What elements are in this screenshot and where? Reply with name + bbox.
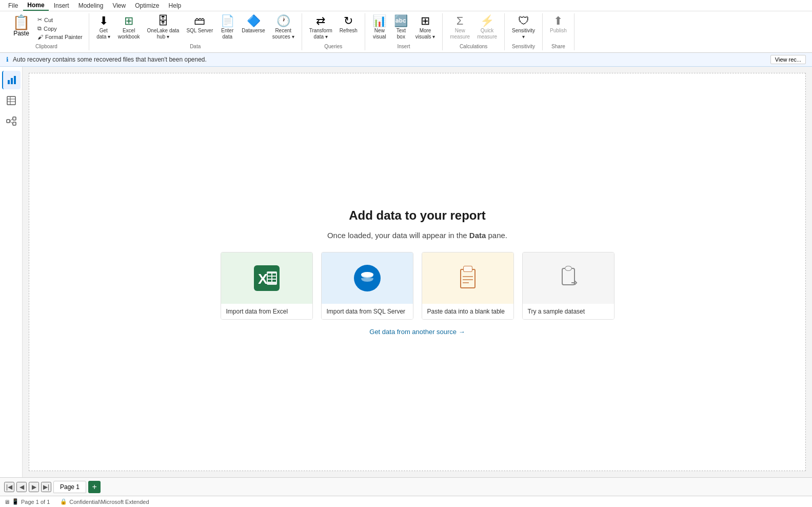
get-data-button[interactable]: ⬇ Getdata ▾ [93,13,114,42]
publish-button[interactable]: ⬆ Publish [547,13,570,36]
text-box-button[interactable]: 🔤 Textbox [391,13,411,42]
sample-card-icon-area [523,252,614,304]
sql-icon: 🗃 [194,15,205,27]
paste-card-label: Paste data into a blank table [422,304,513,319]
menu-insert[interactable]: Insert [50,1,73,10]
first-page-button[interactable]: |◀ [4,482,14,492]
info-bar: ℹ Auto recovery contains some recovered … [0,53,812,67]
menu-optimize[interactable]: Optimize [131,1,163,10]
paste-blank-card[interactable]: Paste data into a blank table [422,252,514,320]
tablet-icon: 📱 [12,498,19,505]
menu-home[interactable]: Home [23,1,48,11]
clipboard-group-label: Clipboard [35,43,57,50]
excel-label: Excelworkbook [118,28,140,40]
sql-card-label: Import data from SQL Server [322,304,413,319]
transform-icon: ⇄ [316,15,325,27]
more-visuals-icon: ⊞ [421,15,430,27]
new-visual-button[interactable]: 📊 Newvisual [369,13,390,42]
sql-icon-svg [360,270,375,286]
calculations-group-label: Calculations [460,43,487,50]
recent-sources-label: Recentsources ▾ [272,28,294,40]
menu-view[interactable]: View [108,1,130,10]
excel-card-icon: X [254,265,280,291]
queries-group-label: Queries [324,43,342,50]
svg-rect-2 [14,76,16,84]
cut-button[interactable]: ✂ Cut [35,15,85,24]
report-view-icon[interactable] [2,71,21,89]
sensitivity-button[interactable]: 🛡 Sensitivity▾ [509,13,538,42]
copy-label: Copy [44,26,57,32]
dataverse-label: Dataverse [242,28,265,34]
info-message: Auto recovery contains some recovered fi… [13,56,207,63]
svg-rect-7 [7,120,10,123]
menu-file[interactable]: File [4,1,22,10]
menu-help[interactable]: Help [165,1,186,10]
model-view-icon[interactable] [2,112,21,130]
table-view-icon[interactable] [2,91,21,110]
view-recovered-button[interactable]: View rec... [770,55,806,64]
bottom-bar: |◀ ◀ ▶ ▶| Page 1 + [0,477,812,496]
main-area: Add data to your report Once loaded, you… [0,67,812,477]
get-data-link[interactable]: Get data from another source → [369,328,465,336]
svg-text:X: X [258,271,268,287]
quick-measure-icon: ⚡ [480,15,494,27]
canvas-content: Add data to your report Once loaded, you… [221,208,615,336]
info-icon: ℹ [6,56,9,63]
lock-icon: 🔒 [60,498,67,505]
page-tab[interactable]: Page 1 [53,481,86,493]
sql-card-icon [354,265,381,291]
dataverse-button[interactable]: 🔷 Dataverse [239,13,268,36]
transform-label: Transformdata ▾ [309,28,332,40]
copy-button[interactable]: ⧉ Copy [35,24,85,33]
enter-data-label: Enterdata [221,28,233,40]
publish-icon: ⬆ [553,15,563,27]
sample-dataset-card[interactable]: Try a sample dataset [522,252,615,320]
sql-label: SQL Server [186,28,213,34]
monitor-icon: 🖥 [4,499,10,505]
new-measure-button[interactable]: Σ Newmeasure [447,13,473,42]
canvas-subtitle: Once loaded, your data will appear in th… [327,231,507,240]
next-page-button[interactable]: ▶ [29,482,39,492]
quick-measure-button[interactable]: ⚡ Quickmeasure [474,13,500,42]
menu-modeling[interactable]: Modeling [74,1,108,10]
excel-workbook-button[interactable]: ⊞ Excelworkbook [115,13,143,42]
onelake-button[interactable]: 🗄 OneLake datahub ▾ [144,13,183,42]
svg-line-11 [10,121,13,124]
import-excel-card[interactable]: X Import data from Excel [221,252,313,320]
new-visual-label: Newvisual [373,28,386,40]
queries-group: ⇄ Transformdata ▾ ↻ Refresh Queries [302,13,365,50]
paste-card-icon [457,265,479,291]
svg-rect-3 [7,96,15,105]
svg-rect-9 [13,122,16,125]
enter-data-button[interactable]: 📄 Enterdata [217,13,237,42]
paste-label: Paste [13,30,29,37]
get-data-label: Getdata ▾ [96,28,110,40]
format-painter-button[interactable]: 🖌 Format Painter [35,33,85,41]
svg-rect-24 [464,266,472,271]
share-group-label: Share [551,43,565,50]
page-of-text: Page 1 of 1 [21,499,50,505]
get-data-icon: ⬇ [99,15,108,27]
sql-card-icon-area [322,252,413,304]
paste-button[interactable]: 📋 Paste [8,13,34,39]
data-cards: X Import data from Excel [221,252,615,320]
new-measure-icon: Σ [457,15,464,27]
svg-rect-18 [272,277,276,279]
more-visuals-button[interactable]: ⊞ Morevisuals ▾ [412,13,438,42]
last-page-button[interactable]: ▶| [41,482,51,492]
refresh-icon: ↻ [344,15,353,27]
recent-sources-button[interactable]: 🕐 Recentsources ▾ [269,13,298,42]
add-page-button[interactable]: + [88,481,101,493]
prev-page-button[interactable]: ◀ [16,482,27,492]
import-sql-card[interactable]: Import data from SQL Server [321,252,413,320]
refresh-button[interactable]: ↻ Refresh [336,13,361,36]
subtitle-end: pane. [488,231,507,240]
new-visual-icon: 📊 [372,15,386,27]
sensitivity-group-label: Sensitivity [512,43,535,50]
canvas-title: Add data to your report [349,208,486,223]
dataverse-icon: 🔷 [247,15,261,27]
svg-line-10 [10,119,13,121]
svg-rect-1 [11,78,13,84]
transform-data-button[interactable]: ⇄ Transformdata ▾ [306,13,335,42]
sql-server-button[interactable]: 🗃 SQL Server [183,13,216,36]
